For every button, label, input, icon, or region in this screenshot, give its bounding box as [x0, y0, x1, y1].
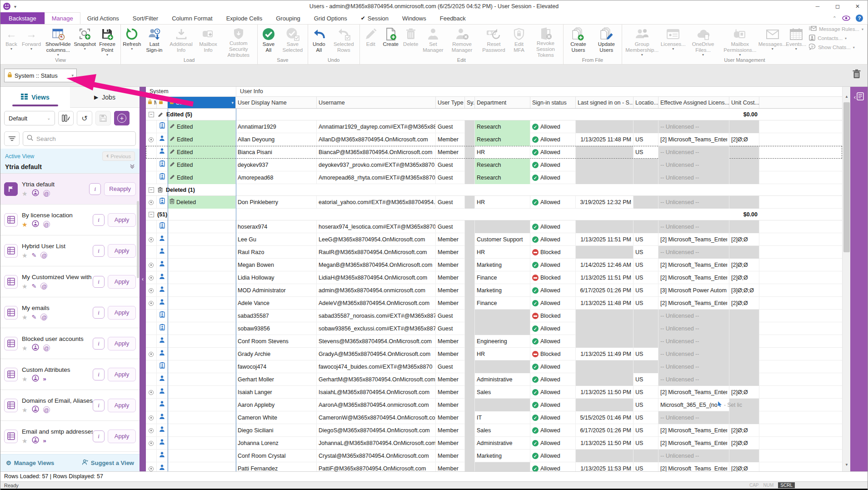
- grid-cell-unit-cost[interactable]: [729, 348, 759, 360]
- grid-cell-user-type[interactable]: Guest: [436, 322, 465, 335]
- scrollbar-thumb[interactable]: [843, 102, 850, 252]
- star-icon[interactable]: ★: [22, 190, 28, 197]
- grid-cell-display-name[interactable]: Grady Archie: [236, 348, 317, 360]
- grid-cell-unit-cost[interactable]: [2]Ø;Ø: [729, 437, 759, 450]
- collapse-section-icon[interactable]: [130, 164, 135, 170]
- grid-cell-status[interactable]: [168, 335, 236, 348]
- grid-cell-modified[interactable]: [146, 437, 157, 450]
- grid-cell-modified[interactable]: [146, 360, 157, 373]
- grid-cell-last-signin[interactable]: 1/13/2025 11:50 PM: [576, 437, 634, 450]
- star-icon[interactable]: ★: [22, 438, 28, 444]
- grid-cell-sync[interactable]: [465, 171, 475, 184]
- view-info-button[interactable]: i: [93, 245, 105, 257]
- grid-cell-unit-cost[interactable]: [2]Ø;Ø: [729, 271, 759, 284]
- table-row[interactable]: Cameron WhiteCameronW@M365x88704954.OnMi…: [146, 411, 842, 424]
- grid-cell-location[interactable]: [634, 310, 658, 322]
- grid-cell-user-type[interactable]: Member: [436, 373, 465, 386]
- ribbon-button-group-membership[interactable]: Group Membership...▾: [623, 25, 661, 57]
- grid-cell-user-type[interactable]: Guest: [436, 120, 465, 133]
- grid-cell-last-signin[interactable]: [576, 399, 634, 411]
- grid-cell-last-signin[interactable]: 1/13/2025 11:50 PM: [576, 386, 634, 399]
- grid-cell-user-type[interactable]: Member: [436, 399, 465, 411]
- reset-view-button[interactable]: ↺: [77, 111, 92, 125]
- ribbon-button-refresh[interactable]: Refresh▾: [122, 25, 142, 57]
- table-row[interactable]: Lidia HollowayLidiaH@M365x88704954.OnMic…: [146, 271, 842, 284]
- grid-cell-unit-cost[interactable]: [729, 220, 759, 233]
- table-row[interactable]: Conf Room StevensStevens@M365x88704954.O…: [146, 335, 842, 348]
- tab-backstage[interactable]: Backstage: [0, 12, 45, 24]
- grid-cell-user-type[interactable]: Member: [436, 424, 465, 437]
- grid-cell-sync[interactable]: [465, 360, 475, 373]
- grid-cell-username[interactable]: sobaw93856_exclussi.com#EXT#@M365x887: [317, 322, 436, 335]
- grid-cell-user-type[interactable]: Member: [436, 271, 465, 284]
- grid-cell-sync[interactable]: [465, 373, 475, 386]
- grid-cell-usertype-icon[interactable]: [157, 133, 168, 146]
- table-row[interactable]: Lee GuLeeG@M365x88704954.OnMicrosoft.com…: [146, 233, 842, 246]
- grid-cell-license[interactable]: -- Unlicensed --: [658, 450, 729, 462]
- view-item-hybrid-user-list[interactable]: Hybrid User List ★ ✎@ i Apply: [0, 235, 140, 266]
- grid-cell-modified[interactable]: [146, 246, 157, 259]
- grid-cell-location[interactable]: [634, 360, 658, 373]
- grid-cell-status[interactable]: [168, 462, 236, 471]
- grid-cell-sync[interactable]: [465, 220, 475, 233]
- tab-views[interactable]: Views: [0, 87, 70, 108]
- grid-cell-modified[interactable]: [146, 462, 157, 471]
- view-item-my-emails[interactable]: My emails ★ ✎@ i Apply: [0, 297, 140, 328]
- previous-view-button[interactable]: ⏴Previous: [102, 151, 135, 161]
- grid-cell-signin-status[interactable]: ✓Allowed: [530, 284, 576, 297]
- grid-cell-status[interactable]: [168, 424, 236, 437]
- grid-cell-sync[interactable]: [465, 196, 475, 209]
- grid-cell-modified[interactable]: [146, 348, 157, 360]
- grid-cell-last-signin[interactable]: 5/15/2025 01:46 PM: [576, 411, 634, 424]
- scroll-down-icon[interactable]: ▼: [843, 460, 851, 469]
- grid-cell-last-signin[interactable]: 6/17/2025 01:26 PM: [576, 284, 634, 297]
- grid-cell-display-name[interactable]: Annatimar1929: [236, 120, 317, 133]
- filter-icon[interactable]: [4, 131, 20, 146]
- grid-cell-user-type[interactable]: Guest: [436, 196, 465, 209]
- grid-cell-user-type[interactable]: Member: [436, 348, 465, 360]
- grid-cell-license[interactable]: -- Unlicensed --: [658, 159, 729, 171]
- grid-cell-username[interactable]: admin@M365x88704954.onmicrosoft.com: [317, 284, 436, 297]
- grid-cell-license[interactable]: -- Unlicensed --: [658, 171, 729, 184]
- grid-cell-department[interactable]: Administrative: [475, 373, 530, 386]
- table-row[interactable]: Diego SicilianiDiegoS@M365x88704954.OnMi…: [146, 424, 842, 437]
- column-header-username[interactable]: Username: [317, 97, 436, 108]
- view-apply-button[interactable]: Apply: [108, 337, 136, 350]
- grid-cell-display-name[interactable]: deyokev937: [236, 159, 317, 171]
- column-header-last_signin[interactable]: Last signed in on - S...: [576, 97, 634, 108]
- grid-cell-status[interactable]: [168, 310, 236, 322]
- grid-cell-sync[interactable]: [465, 348, 475, 360]
- grid-cell-status[interactable]: [168, 360, 236, 373]
- ribbon-button-revoke-session-tokens[interactable]: Revoke Session Tokens: [529, 25, 562, 57]
- ribbon-button-snapshot[interactable]: Snapshot▾: [75, 25, 95, 57]
- grid-cell-username[interactable]: Stevens@M365x88704954.OnMicrosoft.com: [317, 335, 436, 348]
- view-apply-button[interactable]: Apply: [108, 368, 136, 381]
- grid-cell-department[interactable]: HR: [475, 348, 530, 360]
- grid-cell-signin-status[interactable]: Blocked: [530, 310, 576, 322]
- grid-cell-signin-status[interactable]: ✓Allowed: [530, 220, 576, 233]
- grid-cell-sync[interactable]: [465, 462, 475, 471]
- grid-cell-unit-cost[interactable]: [729, 450, 759, 462]
- grid-cell-usertype-icon[interactable]: [157, 335, 168, 348]
- grid-cell-display-name[interactable]: sobaw93856: [236, 322, 317, 335]
- grid-cell-status[interactable]: [168, 437, 236, 450]
- view-apply-button[interactable]: Apply: [108, 399, 136, 412]
- tab-grid-actions[interactable]: Grid Actions: [80, 12, 126, 24]
- grid-cell-sync[interactable]: [465, 146, 475, 159]
- sidebar-scrollbar-thumb[interactable]: [137, 201, 139, 278]
- grid-cell-department[interactable]: Administrative: [475, 437, 530, 450]
- grid-cell-status[interactable]: Edited: [168, 120, 236, 133]
- grid-cell-location[interactable]: US: [634, 399, 658, 411]
- grid-cell-sync[interactable]: [465, 246, 475, 259]
- grid-cell-location[interactable]: US: [634, 411, 658, 424]
- grid-cell-status[interactable]: Edited: [168, 171, 236, 184]
- grid-cell-department[interactable]: Research: [475, 159, 530, 171]
- grid-cell-user-type[interactable]: Member: [436, 411, 465, 424]
- grid-cell-usertype-icon[interactable]: [157, 220, 168, 233]
- grid-cell-username[interactable]: Annatimar1929_dayrep.com#EXT#@M365x88: [317, 120, 436, 133]
- grid-cell-unit-cost[interactable]: [2]Ø;Ø: [729, 233, 759, 246]
- view-item-blocked-user-accounts[interactable]: Blocked user accounts ★ @ i Apply: [0, 328, 140, 359]
- grid-cell-username[interactable]: IsaiahL@M365x88704954.OnMicrosoft.com: [317, 386, 436, 399]
- grid-cell-unit-cost[interactable]: [2]Ø;Ø: [729, 386, 759, 399]
- column-header-signin[interactable]: Sign-in status: [530, 97, 576, 108]
